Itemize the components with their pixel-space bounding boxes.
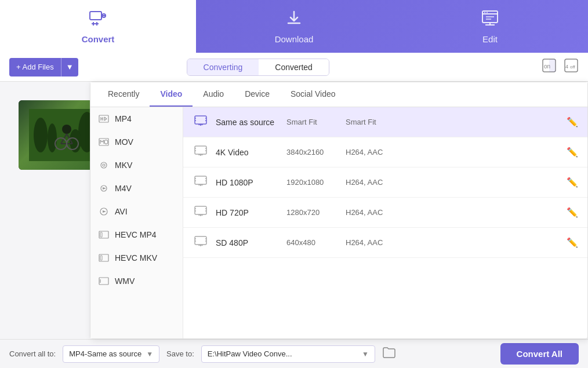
option-name-hd720: HD 720P xyxy=(216,208,280,217)
add-files-button[interactable]: + Add Files ▼ xyxy=(9,58,78,76)
save-path-select[interactable]: E:\HitPaw Video Conve... ▼ xyxy=(201,345,375,363)
option-icon-sd480 xyxy=(193,236,209,249)
tab-video[interactable]: Video xyxy=(150,82,193,107)
format-label-wmv: WMV xyxy=(115,276,135,286)
folder-icon[interactable] xyxy=(382,347,396,361)
tab-device[interactable]: Device xyxy=(234,82,280,107)
avi-icon xyxy=(99,207,109,216)
option-icon-same xyxy=(193,115,209,129)
option-codec-hd720: H264, AAC xyxy=(346,208,560,217)
save-path-value: E:\HitPaw Video Conve... xyxy=(208,349,357,358)
converted-tab[interactable]: Converted xyxy=(259,59,329,75)
m4v-icon xyxy=(99,184,109,192)
svg-point-36 xyxy=(103,164,105,166)
option-res-hd1080: 1920x1080 xyxy=(286,178,339,187)
save-path-arrow: ▼ xyxy=(362,350,369,358)
edit-icon-4k[interactable]: ✏️ xyxy=(567,147,578,158)
bottom-bar: Convert all to: MP4-Same as source ▼ Sav… xyxy=(0,339,588,368)
toolbar: + Add Files ▼ Converting Converted on 4 … xyxy=(0,53,588,82)
speed-icon[interactable]: 4 off xyxy=(564,58,579,76)
tab-recently[interactable]: Recently xyxy=(97,82,150,107)
option-res-4k: 3840x2160 xyxy=(286,148,339,156)
svg-marker-40 xyxy=(103,210,106,213)
main-content: Recently Video Audio Device Social Video… xyxy=(0,82,588,339)
format-label-mp4: MP4 xyxy=(115,114,132,123)
tab-audio[interactable]: Audio xyxy=(193,82,234,107)
format-select-arrow: ▼ xyxy=(146,350,153,358)
format-list: MP4 MOV MKV M4V xyxy=(90,107,183,338)
mp4-icon xyxy=(99,115,109,123)
add-files-label[interactable]: + Add Files xyxy=(9,58,61,76)
tab-social-video[interactable]: Social Video xyxy=(280,82,346,107)
svg-rect-22 xyxy=(99,115,108,122)
format-item-hevc-mkv[interactable]: HEVC MKV xyxy=(90,246,183,269)
hardware-accel-icon[interactable]: on xyxy=(542,58,557,76)
svg-rect-75 xyxy=(195,236,206,245)
format-select[interactable]: MP4-Same as source ▼ xyxy=(63,345,159,363)
option-name-hd1080: HD 1080P xyxy=(216,178,280,187)
edit-tab-label: Edit xyxy=(482,34,498,44)
option-icon-4k xyxy=(193,145,209,159)
toolbar-right: on 4 off xyxy=(542,58,579,76)
svg-rect-7 xyxy=(549,59,556,72)
format-label-m4v: M4V xyxy=(115,184,132,193)
option-name-same: Same as source xyxy=(216,118,280,127)
option-res-sd480: 640x480 xyxy=(286,238,339,247)
mov-icon xyxy=(99,138,109,146)
save-to-label: Save to: xyxy=(166,349,194,358)
svg-point-4 xyxy=(487,12,488,13)
format-content: MP4 MOV MKV M4V xyxy=(90,107,587,338)
svg-rect-0 xyxy=(90,12,101,20)
edit-icon-same[interactable]: ✏️ xyxy=(567,116,578,127)
option-same-as-source[interactable]: Same as source Smart Fit Smart Fit ✏️ xyxy=(183,107,587,137)
converting-tab[interactable]: Converting xyxy=(187,59,259,75)
format-item-mov[interactable]: MOV xyxy=(90,130,183,154)
svg-point-13 xyxy=(48,123,57,152)
format-label-hevc-mkv: HEVC MKV xyxy=(115,253,157,263)
add-files-dropdown-arrow[interactable]: ▼ xyxy=(61,58,78,76)
format-select-value: MP4-Same as source xyxy=(69,349,141,358)
svg-marker-38 xyxy=(103,187,106,190)
option-4k[interactable]: 4K Video 3840x2160 H264, AAC ✏️ xyxy=(183,137,587,167)
download-icon xyxy=(285,9,303,31)
app-header: Convert Download xyxy=(0,0,588,53)
converting-tabs: Converting Converted xyxy=(187,59,329,76)
tab-download[interactable]: Download xyxy=(196,0,392,53)
edit-icon-sd480[interactable]: ✏️ xyxy=(567,237,578,248)
svg-point-16 xyxy=(62,125,71,134)
wmv-icon xyxy=(99,277,109,285)
format-item-hevc-mp4[interactable]: HEVC MP4 xyxy=(90,223,183,246)
convert-icon xyxy=(89,9,107,31)
option-codec-hd1080: H264, AAC xyxy=(346,178,560,187)
option-res-same: Smart Fit xyxy=(286,118,339,126)
format-item-wmv[interactable]: WMV xyxy=(90,269,183,293)
option-codec-sd480: H264, AAC xyxy=(346,238,560,247)
format-item-m4v[interactable]: M4V xyxy=(90,177,183,200)
format-panel: Recently Video Audio Device Social Video… xyxy=(90,82,588,339)
hevc-mp4-icon xyxy=(99,231,109,239)
option-icon-hd1080 xyxy=(193,176,209,189)
format-label-mov: MOV xyxy=(115,137,133,147)
convert-all-button[interactable]: Convert All xyxy=(500,343,579,365)
edit-icon-hd720[interactable]: ✏️ xyxy=(567,207,578,218)
svg-rect-61 xyxy=(195,176,206,184)
option-hd1080[interactable]: HD 1080P 1920x1080 H264, AAC ✏️ xyxy=(183,167,587,198)
svg-point-35 xyxy=(101,162,107,168)
option-res-hd720: 1280x720 xyxy=(286,208,339,217)
format-item-mp4[interactable]: MP4 xyxy=(90,107,183,130)
format-options: Same as source Smart Fit Smart Fit ✏️ 4K… xyxy=(183,107,587,338)
convert-tab-label: Convert xyxy=(82,34,115,44)
option-hd720[interactable]: HD 720P 1280x720 H264, AAC ✏️ xyxy=(183,198,587,228)
option-name-4k: 4K Video xyxy=(216,148,280,157)
tab-convert[interactable]: Convert xyxy=(0,0,196,53)
tab-edit[interactable]: Edit xyxy=(392,0,588,53)
svg-point-12 xyxy=(34,118,48,152)
svg-rect-42 xyxy=(100,232,102,237)
option-sd480[interactable]: SD 480P 640x480 H264, AAC ✏️ xyxy=(183,228,587,258)
format-item-avi[interactable]: AVI xyxy=(90,200,183,223)
format-item-mkv[interactable]: MKV xyxy=(90,154,183,177)
convert-all-to-label: Convert all to: xyxy=(9,349,56,358)
svg-rect-68 xyxy=(195,206,206,214)
edit-icon-hd1080[interactable]: ✏️ xyxy=(567,177,578,188)
format-label-avi: AVI xyxy=(115,207,128,216)
